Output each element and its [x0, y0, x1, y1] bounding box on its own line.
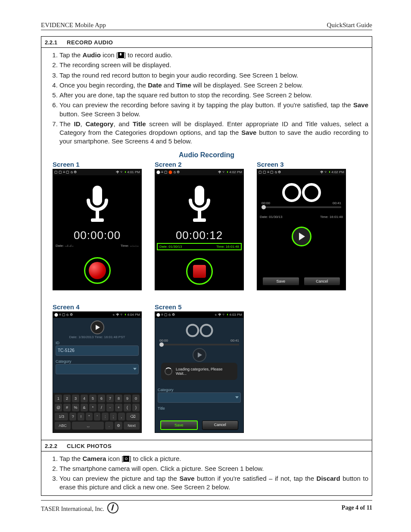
stop-button[interactable] [186, 258, 213, 285]
content-table: 2.2.1 RECORD AUDIO Tap the Audio icon []… [41, 36, 372, 496]
keyboard-key[interactable]: ⎵ [72, 422, 104, 429]
keyboard-key[interactable]: ABC [55, 422, 71, 429]
chevron-down-icon [133, 368, 137, 370]
keyboard-key[interactable]: . [105, 422, 113, 429]
keyboard-key[interactable]: ) [132, 404, 140, 411]
cancel-button[interactable]: Cancel [202, 420, 239, 430]
status-bar: ▢ ▢ ≡ ▢ ⦸ ⚙ ✱ ᯤ ▮ 4:01 PM [53, 169, 141, 175]
screens-title: Audio Recording [45, 151, 368, 159]
section-number: 2.2.1 [45, 39, 65, 46]
keyboard-key[interactable]: / [98, 404, 105, 411]
keyboard-key[interactable]: ⌫ [126, 413, 140, 420]
taser-logo-icon [107, 502, 118, 513]
id-label: ID [53, 339, 141, 345]
keyboard-key[interactable]: 1/3 [55, 413, 68, 420]
keyboard-key[interactable]: # [63, 404, 71, 411]
step: The ID, Category, and Title screen will … [59, 120, 368, 146]
keyboard: 1234567890 @#%&*/-+() 1/3?!"':;,⌫ ABC⎵.⚙… [53, 393, 141, 432]
screen-5: Screen 5 ⬤ ≡ ▢ ⦸ ⚙ ↻ ✱ ᯤ ▮ 4:03 PM 00:00… [155, 303, 243, 433]
spinner-icon [165, 367, 172, 375]
save-button[interactable]: Save [262, 277, 299, 286]
keyboard-key[interactable]: - [106, 404, 114, 411]
phone-mockup: ⬤ ≡ ▢ ⬤ ⦸ ⚙ ✱ ᯤ ▮ 4:02 PM 00:00:12 Date:… [155, 169, 244, 290]
keyboard-key[interactable]: @ [55, 404, 62, 411]
phone-mockup: ⬤ ≡ ▢ ⦸ ⚙ ↻ ✱ ᯤ ▮ 4:03 PM 00:0000:41 Loa… [155, 311, 244, 433]
status-right: ✱ ᯤ ▮ 4:02 PM [218, 170, 242, 174]
step: The recording screen will be displayed. [59, 61, 368, 69]
keyboard-key[interactable]: ( [124, 404, 131, 411]
status-icons: ⬤ ≡ ▢ ⬤ ⦸ ⚙ [156, 170, 180, 174]
button-row: Save Cancel [257, 277, 346, 286]
keyboard-key[interactable]: 8 [115, 395, 122, 402]
screens-grid: Screen 1 ▢ ▢ ≡ ▢ ⦸ ⚙ ✱ ᯤ ▮ 4:01 PM 00:00… [45, 159, 368, 438]
status-icons: ▢ ▢ ≡ ▢ ⦸ ⚙ [258, 170, 281, 174]
keyboard-key[interactable]: * [89, 404, 97, 411]
keyboard-key[interactable]: 9 [124, 395, 131, 402]
keyboard-key[interactable]: + [115, 404, 122, 411]
play-button[interactable] [193, 348, 206, 362]
category-label: Category [155, 386, 243, 392]
keyboard-key[interactable]: 0 [132, 395, 140, 402]
datetime-row-highlighted: Date: 01/30/13Time: 16:01:48 [157, 243, 242, 250]
steps-list-222: Tap the Camera icon [] to click a pictur… [45, 454, 368, 492]
cassette-icon [186, 324, 213, 335]
keyboard-key[interactable]: ' [94, 413, 101, 420]
id-field[interactable]: TC-5126 [56, 345, 139, 356]
keyboard-key[interactable]: ⚙ [115, 422, 123, 429]
keyboard-key[interactable]: & [81, 404, 88, 411]
keyboard-key[interactable]: 2 [63, 395, 71, 402]
play-button[interactable] [90, 320, 104, 334]
microphone-icon [184, 184, 215, 225]
progress-bar[interactable] [159, 344, 239, 345]
keyboard-key[interactable]: 5 [89, 395, 97, 402]
status-icons: ⬤ ≡ ▢ ⦸ ⚙ [54, 313, 73, 317]
keyboard-key[interactable]: ? [69, 413, 76, 420]
screen-label: Screen 1 [53, 161, 141, 168]
svg-rect-4 [198, 210, 201, 218]
kb-row-1: 1234567890 [55, 395, 140, 402]
svg-rect-1 [96, 210, 99, 218]
record-button[interactable] [84, 257, 111, 284]
section-221-header: 2.2.1 RECORD AUDIO [41, 37, 372, 48]
keyboard-key[interactable]: , [118, 413, 125, 420]
step: The smartphone camera will open. Click a… [59, 464, 368, 473]
step: After you are done, tap the square red b… [59, 91, 368, 100]
keyboard-key[interactable]: 4 [81, 395, 88, 402]
category-field[interactable] [56, 364, 139, 374]
keyboard-key[interactable]: " [86, 413, 93, 420]
microphone-icon [82, 184, 112, 225]
section-221-body: Tap the Audio icon [] to record audio. T… [41, 48, 372, 440]
loading-toast: Loading categories, Please Wait... [161, 363, 237, 380]
progress-times: 00:0000:41 [155, 339, 243, 342]
status-bar: ⬤ ≡ ▢ ⦸ ⚙ ↻ ✱ ᯤ ▮ 4:03 PM [155, 312, 243, 318]
keyboard-key[interactable]: 3 [72, 395, 79, 402]
keyboard-key[interactable]: 6 [98, 395, 105, 402]
status-bar: ⬤ ≡ ▢ ⦸ ⚙ ↻ ✱ ᯤ ▮ 4:04 PM [53, 312, 141, 318]
page-footer: TASER International, Inc. Page 4 of 11 [41, 500, 372, 513]
keyboard-key[interactable]: ! [78, 413, 84, 420]
step: Once you begin recording, the Date and T… [59, 81, 368, 90]
header-left: EVIDENCE Mobile App [41, 22, 106, 29]
chevron-down-icon [235, 396, 239, 398]
status-right: ✱ ᯤ ▮ 4:02 PM [320, 170, 344, 174]
category-field[interactable] [158, 392, 241, 403]
status-icons: ⬤ ≡ ▢ ⦸ ⚙ [156, 313, 175, 317]
phone-mockup: ▢ ▢ ≡ ▢ ⦸ ⚙ ✱ ᯤ ▮ 4:02 PM 00:0000:41 Dat… [257, 169, 346, 290]
footer-right: Page 4 of 11 [342, 504, 372, 511]
progress-bar[interactable] [262, 206, 341, 208]
section-title: RECORD AUDIO [67, 39, 113, 46]
timer: 00:00:00 [53, 229, 141, 242]
keyboard-key[interactable]: Next [124, 422, 140, 429]
kb-row-2: @#%&*/-+() [55, 404, 140, 411]
screen-4: Screen 4 ⬤ ≡ ▢ ⦸ ⚙ ↻ ✱ ᯤ ▮ 4:04 PM Date:… [53, 303, 141, 433]
cancel-button[interactable]: Cancel [304, 277, 341, 286]
step: You can preview the recording before sav… [59, 101, 368, 118]
play-button[interactable] [292, 227, 311, 246]
keyboard-key[interactable]: % [72, 404, 79, 411]
save-button[interactable]: Save [160, 420, 198, 430]
keyboard-key[interactable]: : [102, 413, 109, 420]
keyboard-key[interactable]: 1 [55, 395, 62, 402]
keyboard-key[interactable]: ; [110, 413, 117, 420]
keyboard-key[interactable]: 7 [106, 395, 114, 402]
timer: 00:00:12 [155, 229, 243, 242]
